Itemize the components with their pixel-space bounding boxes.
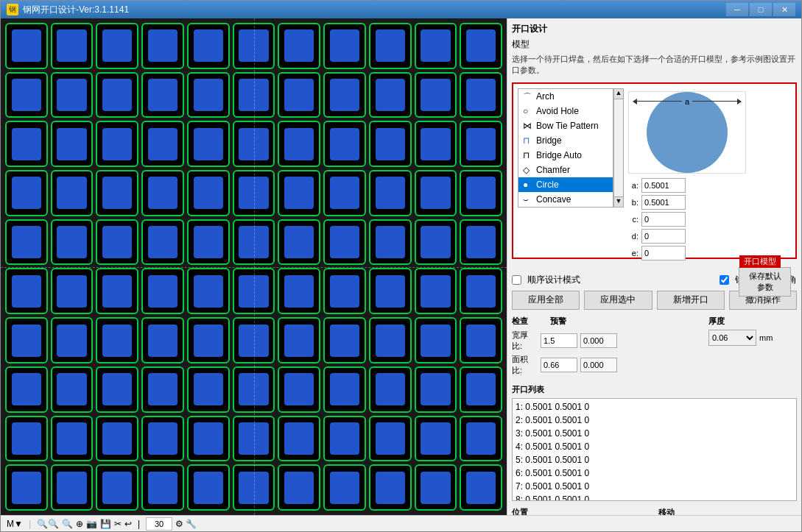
- pcb-pad-inner: [12, 472, 41, 504]
- scroll-down-btn[interactable]: ▼: [614, 196, 623, 207]
- pcb-pad-inner: [57, 373, 86, 405]
- pcb-pad: [415, 219, 457, 266]
- pcb-pad: [187, 416, 230, 462]
- pcb-pad-inner: [102, 324, 132, 357]
- pcb-pad-inner: [284, 29, 314, 62]
- pcb-pad-inner: [148, 422, 177, 455]
- thickness-header: 厚度: [708, 316, 797, 327]
- pcb-pad: [141, 219, 184, 266]
- pcb-pad-inner: [466, 128, 496, 160]
- app-icon: 钢: [7, 4, 18, 15]
- save-default-button[interactable]: 保存默认参数: [739, 267, 791, 297]
- dropdown-item[interactable]: ○Avoid Hole: [518, 104, 613, 118]
- apply-all-button[interactable]: 应用全部: [512, 291, 580, 310]
- pcb-pad: [187, 317, 230, 363]
- window-controls: ─ □ ✕: [726, 3, 795, 16]
- list-item[interactable]: 8: 0.5001 0.5001 0: [514, 493, 795, 501]
- list-item[interactable]: 3: 0.5001 0.5001 0: [514, 427, 795, 440]
- minimize-button[interactable]: ─: [726, 3, 748, 16]
- dropdown-item[interactable]: ●Circle: [518, 177, 613, 192]
- maximize-button[interactable]: □: [750, 3, 772, 16]
- pcb-pad-inner: [194, 177, 223, 209]
- pcb-pad-inner: [12, 79, 41, 111]
- dropdown-item-label: Circle: [536, 180, 559, 190]
- pcb-pad: [187, 464, 230, 511]
- move-title: 移动: [658, 507, 798, 515]
- param-c-input[interactable]: [641, 212, 686, 227]
- list-item[interactable]: 5: 0.5001 0.5001 0: [514, 453, 795, 467]
- bridge_auto-icon: ⊓: [523, 150, 533, 160]
- param-b-row: b:: [628, 195, 686, 210]
- add-aperture-button[interactable]: 新增开口: [657, 291, 725, 310]
- pcb-pad: [141, 416, 184, 462]
- pcb-pad: [96, 317, 138, 363]
- area-ratio-warn[interactable]: [580, 358, 617, 372]
- param-e-input[interactable]: [641, 246, 686, 260]
- area-ratio-input[interactable]: [541, 358, 577, 372]
- pcb-pad: [141, 170, 184, 216]
- pcb-pad-inner: [376, 472, 405, 504]
- zoom-input[interactable]: [146, 517, 172, 531]
- pcb-pad: [323, 121, 366, 167]
- dropdown-item[interactable]: ⌣Concave: [518, 192, 613, 207]
- pcb-pad: [415, 366, 457, 413]
- aperture-list-box[interactable]: 1: 0.5001 0.5001 02: 0.5001 0.5001 03: 0…: [512, 398, 797, 501]
- pcb-pad: [460, 464, 502, 511]
- scroll-up-btn[interactable]: ▲: [614, 89, 623, 99]
- list-item[interactable]: 2: 0.5001 0.5001 0: [514, 414, 795, 427]
- pcb-pad-inner: [57, 29, 86, 62]
- pcb-pad: [460, 416, 502, 462]
- apply-selected-button[interactable]: 应用选中: [584, 291, 652, 310]
- aperture-dropdown-list[interactable]: ⌒Arch○Avoid Hole⋈Bow Tie Pattern⊓Bridge⊓…: [518, 88, 613, 208]
- pcb-pad-inner: [330, 275, 359, 308]
- pcb-pad-inner: [376, 422, 405, 455]
- pcb-pad-inner: [376, 79, 405, 111]
- dropdown-scrollbar[interactable]: ▲ ▼: [613, 88, 624, 208]
- thickness-select[interactable]: 0.06 0.10 0.12 0.15: [708, 330, 756, 346]
- dropdown-item[interactable]: ⊓Bridge: [518, 133, 613, 148]
- pcb-pad: [5, 170, 48, 216]
- pcb-pad-inner: [376, 324, 405, 357]
- pcb-pad-inner: [421, 79, 450, 111]
- param-d-input[interactable]: [641, 229, 686, 244]
- mode-checkbox[interactable]: [512, 275, 521, 285]
- arrow-line2: [692, 101, 737, 102]
- pcb-pad-inner: [194, 373, 223, 405]
- list-item[interactable]: 4: 0.5001 0.5001 0: [514, 440, 795, 453]
- pcb-pad-inner: [148, 472, 177, 504]
- pcb-pad: [96, 268, 138, 314]
- dropdown-item[interactable]: ⌒Arch: [518, 89, 613, 104]
- pcb-pad-inner: [102, 373, 132, 405]
- dropdown-item[interactable]: ⊓Bridge Auto: [518, 148, 613, 163]
- pcb-pad: [51, 219, 94, 266]
- dropdown-item[interactable]: ◇Chamfer: [518, 163, 613, 177]
- arrow-label: a: [682, 97, 692, 106]
- pcb-pad-inner: [466, 422, 496, 455]
- param-b-input[interactable]: [641, 195, 686, 210]
- dropdown-item-label: Chamfer: [536, 165, 570, 175]
- pcb-pad-inner: [284, 128, 314, 160]
- pcb-pad: [141, 23, 184, 69]
- arch-icon: ⌒: [523, 91, 533, 102]
- pcb-pad: [51, 464, 94, 511]
- pcb-pad: [460, 219, 502, 266]
- param-e-row: e:: [628, 246, 686, 260]
- width-ratio-row: 宽厚比:: [512, 330, 701, 352]
- pcb-pad: [141, 268, 184, 314]
- pcb-vline: [254, 18, 255, 515]
- width-ratio-input[interactable]: [541, 333, 577, 348]
- right-panel: 开口设计 模型 选择一个待开口焊盘，然后在如下选择一个合适的开口模型，参考示例图…: [507, 18, 801, 515]
- list-item[interactable]: 1: 0.5001 0.5001 0: [514, 400, 795, 414]
- pcb-pad: [5, 416, 48, 462]
- width-ratio-warn[interactable]: [580, 333, 617, 348]
- dropdown-item[interactable]: ⋈Bow Tie Pattern: [518, 118, 613, 133]
- scroll-track: [614, 99, 623, 196]
- sharp-corner-checkbox[interactable]: [720, 275, 729, 285]
- list-item[interactable]: 6: 0.5001 0.5001 0: [514, 467, 795, 480]
- close-button[interactable]: ✕: [773, 3, 795, 16]
- bowtie-icon: ⋈: [523, 121, 533, 131]
- pcb-pad-inner: [148, 29, 177, 62]
- list-item[interactable]: 7: 0.5001 0.5001 0: [514, 480, 795, 493]
- param-a-input[interactable]: [641, 178, 686, 193]
- pcb-pad: [141, 317, 184, 363]
